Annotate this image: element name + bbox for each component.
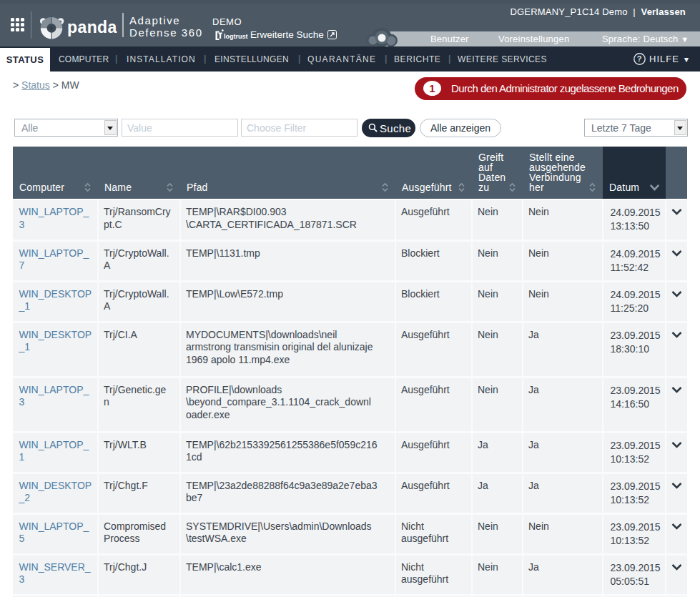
svg-text:?: ?	[637, 54, 643, 63]
